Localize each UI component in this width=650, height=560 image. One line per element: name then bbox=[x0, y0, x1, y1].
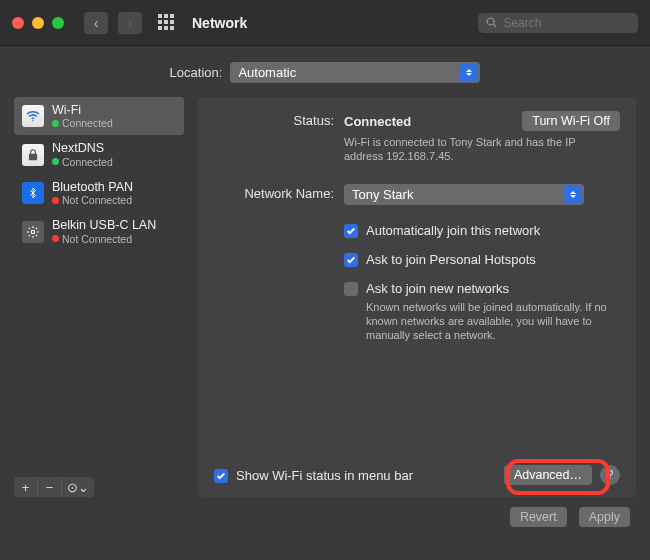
revert-button[interactable]: Revert bbox=[510, 507, 567, 527]
iface-name: Belkin USB-C LAN bbox=[52, 218, 156, 232]
network-name-label: Network Name: bbox=[214, 184, 334, 205]
forward-button: › bbox=[118, 12, 142, 34]
status-dot-icon bbox=[52, 158, 59, 165]
status-dot-icon bbox=[52, 197, 59, 204]
bottom-buttons: Revert Apply bbox=[0, 497, 650, 527]
network-name-select[interactable]: Tony Stark bbox=[344, 184, 584, 205]
more-actions-button[interactable]: ⊙⌄ bbox=[62, 477, 94, 497]
sidebar-item-ethernet[interactable]: Belkin USB-C LAN Not Connected bbox=[14, 212, 184, 250]
status-label: Status: bbox=[214, 111, 334, 164]
bluetooth-icon bbox=[22, 182, 44, 204]
apply-button[interactable]: Apply bbox=[579, 507, 630, 527]
minimize-window-button[interactable] bbox=[32, 17, 44, 29]
detail-panel: Status: Connected Turn Wi-Fi Off Wi-Fi i… bbox=[198, 97, 636, 497]
zoom-window-button[interactable] bbox=[52, 17, 64, 29]
ask-hotspot-label: Ask to join Personal Hotspots bbox=[366, 252, 536, 267]
status-description: Wi-Fi is connected to Tony Stark and has… bbox=[344, 135, 604, 164]
ethernet-icon bbox=[22, 221, 44, 243]
svg-point-0 bbox=[32, 120, 33, 121]
status-value: Connected bbox=[344, 114, 411, 129]
network-name-value: Tony Stark bbox=[352, 187, 413, 202]
location-value: Automatic bbox=[238, 65, 296, 80]
back-button[interactable]: ‹ bbox=[84, 12, 108, 34]
help-button[interactable]: ? bbox=[600, 465, 620, 485]
window-controls bbox=[12, 17, 64, 29]
remove-interface-button[interactable]: − bbox=[38, 477, 62, 497]
show-menubar-label: Show Wi-Fi status in menu bar bbox=[236, 468, 413, 483]
wifi-icon bbox=[22, 105, 44, 127]
close-window-button[interactable] bbox=[12, 17, 24, 29]
search-icon bbox=[486, 16, 497, 29]
sidebar-footer: + − ⊙⌄ bbox=[14, 477, 94, 497]
auto-join-label: Automatically join this network bbox=[366, 223, 540, 238]
turn-wifi-off-button[interactable]: Turn Wi-Fi Off bbox=[522, 111, 620, 131]
interface-list: Wi-Fi Connected NextDNS Connected Blue bbox=[14, 97, 184, 251]
search-field[interactable] bbox=[478, 13, 638, 33]
chevron-updown-icon bbox=[564, 185, 582, 203]
sidebar-item-wifi[interactable]: Wi-Fi Connected bbox=[14, 97, 184, 135]
titlebar: ‹ › Network bbox=[0, 0, 650, 46]
ask-new-label: Ask to join new networks bbox=[366, 281, 509, 296]
location-label: Location: bbox=[170, 65, 223, 80]
location-select[interactable]: Automatic bbox=[230, 62, 480, 83]
sidebar-item-bluetooth[interactable]: Bluetooth PAN Not Connected bbox=[14, 174, 184, 212]
status-dot-icon bbox=[52, 235, 59, 242]
location-row: Location: Automatic bbox=[0, 46, 650, 97]
add-interface-button[interactable]: + bbox=[14, 477, 38, 497]
sidebar-item-nextdns[interactable]: NextDNS Connected bbox=[14, 135, 184, 173]
chevron-updown-icon bbox=[460, 64, 478, 82]
lock-icon bbox=[22, 144, 44, 166]
page-title: Network bbox=[192, 15, 247, 31]
advanced-button[interactable]: Advanced… bbox=[504, 465, 592, 485]
iface-name: Wi-Fi bbox=[52, 103, 113, 117]
iface-name: NextDNS bbox=[52, 141, 113, 155]
ask-new-description: Known networks will be joined automatica… bbox=[366, 300, 620, 343]
show-all-prefs-icon[interactable] bbox=[158, 14, 176, 32]
svg-point-1 bbox=[31, 230, 35, 234]
ask-new-checkbox[interactable] bbox=[344, 282, 358, 296]
search-input[interactable] bbox=[503, 16, 630, 30]
show-menubar-checkbox[interactable] bbox=[214, 469, 228, 483]
auto-join-checkbox[interactable] bbox=[344, 224, 358, 238]
ask-hotspot-checkbox[interactable] bbox=[344, 253, 358, 267]
iface-name: Bluetooth PAN bbox=[52, 180, 133, 194]
status-dot-icon bbox=[52, 120, 59, 127]
